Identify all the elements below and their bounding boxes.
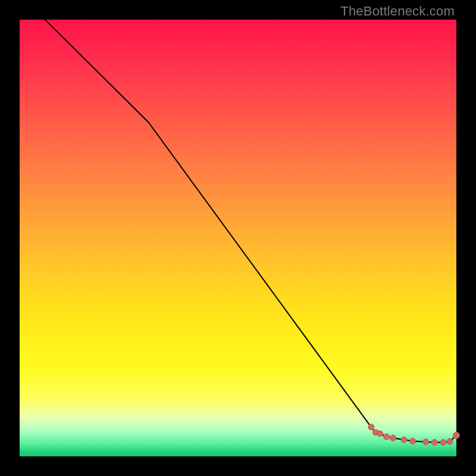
chart-overlay xyxy=(20,20,456,456)
data-point xyxy=(384,434,390,440)
data-point xyxy=(453,432,460,439)
data-point xyxy=(377,431,383,437)
data-point xyxy=(368,424,374,430)
data-point xyxy=(423,439,429,445)
marker-group xyxy=(368,424,460,446)
chart-frame: TheBottleneck.com xyxy=(0,0,476,476)
data-point xyxy=(431,440,437,446)
data-point xyxy=(390,435,396,441)
data-line xyxy=(20,0,456,443)
data-point xyxy=(440,440,446,446)
watermark-text: TheBottleneck.com xyxy=(340,4,455,19)
data-point xyxy=(401,437,407,443)
data-point xyxy=(447,439,453,444)
data-point xyxy=(410,438,416,444)
